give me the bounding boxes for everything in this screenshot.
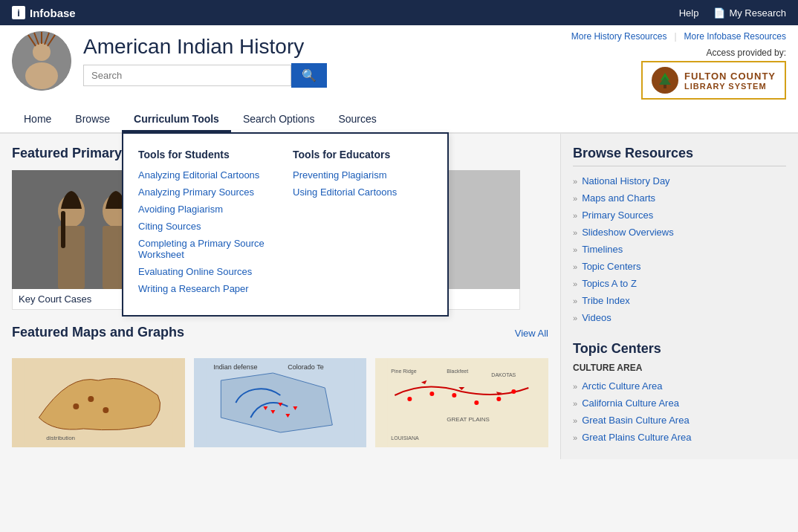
- view-all-link[interactable]: View All: [515, 328, 548, 339]
- document-icon: 📄: [713, 7, 725, 19]
- library-line2: LIBRARY SYSTEM: [684, 82, 776, 91]
- library-line1: FULTON COUNTY: [684, 71, 776, 82]
- sidebar-link-primary-sources[interactable]: » Primary Sources: [573, 207, 786, 224]
- nav-search-options[interactable]: Search Options: [231, 106, 327, 132]
- header-right: More History Resources | More Infobase R…: [571, 31, 786, 100]
- chevron-icon: »: [573, 433, 577, 442]
- sidebar-link-label: Tribe Index: [582, 295, 630, 306]
- chevron-icon: »: [573, 382, 577, 391]
- browse-resources-title: Browse Resources: [573, 146, 786, 166]
- sidebar-link-california[interactable]: » California Culture Area: [573, 395, 786, 412]
- culture-area-label: CULTURE AREA: [573, 363, 786, 373]
- svg-text:Pine Ridge: Pine Ridge: [392, 369, 417, 374]
- sidebar-link-great-basin[interactable]: » Great Basin Culture Area: [573, 412, 786, 429]
- chevron-icon: »: [573, 416, 577, 425]
- sidebar-link-slideshow-overviews[interactable]: » Slideshow Overviews: [573, 224, 786, 241]
- svg-point-50: [430, 392, 435, 396]
- sidebar: Browse Resources » National History Day …: [560, 134, 798, 459]
- top-bar-right: Help 📄 My Research: [679, 7, 786, 19]
- nav-curriculum-tools-wrapper: Curriculum Tools Tools for Students Anal…: [122, 106, 231, 132]
- dropdown-educators-col: Tools for Educators Preventing Plagiaris…: [293, 149, 432, 300]
- my-research-link[interactable]: 📄 My Research: [713, 7, 786, 19]
- dd-analyzing-primary-sources[interactable]: Analyzing Primary Sources: [138, 186, 278, 198]
- search-input[interactable]: [83, 65, 291, 86]
- svg-point-54: [512, 389, 516, 394]
- search-button[interactable]: 🔍: [291, 63, 327, 88]
- chevron-icon: »: [573, 194, 577, 203]
- sidebar-link-label: Topics A to Z: [582, 278, 637, 289]
- chevron-icon: »: [573, 314, 577, 322]
- nav-home[interactable]: Home: [12, 106, 63, 132]
- map-item-1[interactable]: distribution: [12, 358, 185, 447]
- sidebar-link-national-history-day[interactable]: » National History Day: [573, 172, 786, 189]
- infobase-icon: i: [12, 6, 25, 19]
- sidebar-link-great-plains[interactable]: » Great Plains Culture Area: [573, 429, 786, 446]
- dd-avoiding-plagiarism[interactable]: Avoiding Plagiarism: [138, 204, 278, 215]
- svg-point-52: [475, 400, 479, 405]
- sidebar-link-label: National History Day: [582, 175, 670, 186]
- header: American Indian History 🔍 More History R…: [0, 25, 798, 134]
- maps-section-header: Featured Maps and Graphs View All: [12, 325, 548, 349]
- sidebar-link-label: Great Basin Culture Area: [582, 415, 690, 426]
- educators-col-title: Tools for Educators: [293, 149, 432, 160]
- chevron-icon: »: [573, 279, 577, 288]
- nav-sources[interactable]: Sources: [326, 106, 388, 132]
- featured-maps-section: Featured Maps and Graphs View All distri…: [12, 325, 548, 447]
- dd-citing-sources[interactable]: Citing Sources: [138, 221, 278, 232]
- help-link[interactable]: Help: [679, 7, 699, 19]
- divider: |: [674, 31, 676, 42]
- svg-text:LOUISIANA: LOUISIANA: [392, 435, 420, 441]
- topic-centers-title: Topic Centers: [573, 341, 786, 357]
- sidebar-link-arctic[interactable]: » Arctic Culture Area: [573, 377, 786, 395]
- browse-resources-section: Browse Resources » National History Day …: [573, 146, 786, 326]
- top-links: More History Resources | More Infobase R…: [571, 31, 786, 42]
- curriculum-tools-dropdown: Tools for Students Analyzing Editorial C…: [122, 132, 449, 317]
- svg-point-28: [73, 403, 79, 409]
- dd-evaluating-online-sources[interactable]: Evaluating Online Sources: [138, 266, 278, 277]
- sidebar-link-topic-centers[interactable]: » Topic Centers: [573, 258, 786, 275]
- sidebar-link-label: California Culture Area: [582, 398, 679, 409]
- chevron-icon: »: [573, 211, 577, 220]
- sidebar-link-tribe-index[interactable]: » Tribe Index: [573, 292, 786, 309]
- more-infobase-link[interactable]: More Infobase Resources: [684, 31, 786, 42]
- infobase-name: Infobase: [30, 7, 76, 19]
- dd-writing-research-paper[interactable]: Writing a Research Paper: [138, 283, 278, 294]
- site-logo: [12, 31, 71, 91]
- dd-analyzing-editorial-cartoons[interactable]: Analyzing Editorial Cartoons: [138, 169, 278, 181]
- my-research-label: My Research: [729, 7, 786, 19]
- top-bar: i Infobase Help 📄 My Research: [0, 0, 798, 25]
- svg-rect-17: [61, 211, 65, 248]
- search-bar: 🔍: [83, 63, 327, 88]
- chevron-icon: »: [573, 245, 577, 254]
- nav-browse[interactable]: Browse: [63, 106, 122, 132]
- sidebar-link-maps-charts[interactable]: » Maps and Charts: [573, 189, 786, 207]
- svg-point-30: [103, 407, 108, 413]
- library-logo: FULTON COUNTY LIBRARY SYSTEM: [641, 61, 786, 100]
- dd-preventing-plagiarism[interactable]: Preventing Plagiarism: [293, 169, 432, 181]
- sidebar-link-topics-a-to-z[interactable]: » Topics A to Z: [573, 275, 786, 292]
- sidebar-link-label: Topic Centers: [582, 261, 640, 272]
- page-title: American Indian History: [83, 35, 327, 59]
- sidebar-link-videos[interactable]: » Videos: [573, 309, 786, 326]
- topic-centers-section: Topic Centers CULTURE AREA » Arctic Cult…: [573, 341, 786, 446]
- maps-grid: distribution Indian defense Colorado Te: [12, 358, 548, 447]
- svg-point-49: [408, 397, 412, 401]
- map-item-2[interactable]: Indian defense Colorado Te: [194, 358, 367, 447]
- svg-rect-11: [664, 85, 666, 88]
- chevron-icon: »: [573, 399, 577, 408]
- chevron-icon: »: [573, 228, 577, 237]
- sidebar-link-label: Videos: [582, 312, 612, 323]
- header-left: American Indian History 🔍: [12, 31, 327, 91]
- nav-curriculum-tools[interactable]: Curriculum Tools: [122, 106, 231, 132]
- map-item-3[interactable]: Pine Ridge Blackfeet DAKOTAS LOUISIANA G…: [375, 358, 548, 447]
- sidebar-link-timelines[interactable]: » Timelines: [573, 241, 786, 258]
- sidebar-link-label: Primary Sources: [582, 210, 653, 221]
- dd-using-editorial-cartoons[interactable]: Using Editorial Cartoons: [293, 186, 432, 198]
- svg-text:Blackfeet: Blackfeet: [447, 369, 469, 374]
- sidebar-link-label: Maps and Charts: [582, 192, 655, 204]
- sidebar-link-label: Slideshow Overviews: [582, 227, 674, 238]
- svg-text:Indian defense: Indian defense: [213, 363, 257, 371]
- more-history-link[interactable]: More History Resources: [571, 31, 667, 42]
- svg-text:Colorado Te: Colorado Te: [288, 363, 323, 371]
- dd-completing-primary-source[interactable]: Completing a Primary Source Worksheet: [138, 238, 278, 260]
